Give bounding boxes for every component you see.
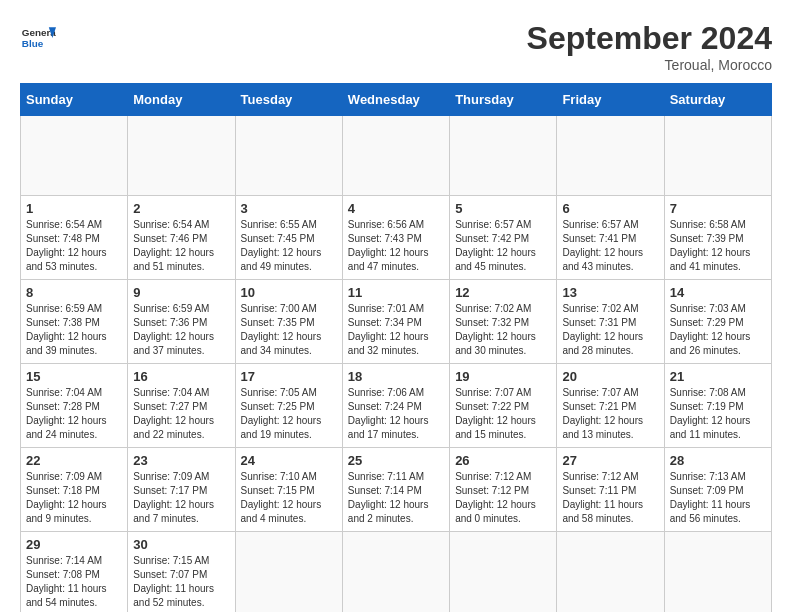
- day-cell: 25Sunrise: 7:11 AMSunset: 7:14 PMDayligh…: [342, 448, 449, 532]
- day-info: Sunrise: 6:59 AMSunset: 7:38 PMDaylight:…: [26, 302, 122, 358]
- week-row-1: 1Sunrise: 6:54 AMSunset: 7:48 PMDaylight…: [21, 196, 772, 280]
- day-cell: 29Sunrise: 7:14 AMSunset: 7:08 PMDayligh…: [21, 532, 128, 613]
- day-cell: 16Sunrise: 7:04 AMSunset: 7:27 PMDayligh…: [128, 364, 235, 448]
- column-header-friday: Friday: [557, 84, 664, 116]
- day-cell: 26Sunrise: 7:12 AMSunset: 7:12 PMDayligh…: [450, 448, 557, 532]
- day-info: Sunrise: 7:09 AMSunset: 7:17 PMDaylight:…: [133, 470, 229, 526]
- column-header-saturday: Saturday: [664, 84, 771, 116]
- day-info: Sunrise: 6:56 AMSunset: 7:43 PMDaylight:…: [348, 218, 444, 274]
- week-row-3: 15Sunrise: 7:04 AMSunset: 7:28 PMDayligh…: [21, 364, 772, 448]
- day-info: Sunrise: 7:15 AMSunset: 7:07 PMDaylight:…: [133, 554, 229, 610]
- day-number: 16: [133, 369, 229, 384]
- day-cell: 28Sunrise: 7:13 AMSunset: 7:09 PMDayligh…: [664, 448, 771, 532]
- day-cell: 6Sunrise: 6:57 AMSunset: 7:41 PMDaylight…: [557, 196, 664, 280]
- day-info: Sunrise: 7:07 AMSunset: 7:21 PMDaylight:…: [562, 386, 658, 442]
- day-cell: [557, 532, 664, 613]
- day-cell: 1Sunrise: 6:54 AMSunset: 7:48 PMDaylight…: [21, 196, 128, 280]
- day-cell: 30Sunrise: 7:15 AMSunset: 7:07 PMDayligh…: [128, 532, 235, 613]
- day-info: Sunrise: 7:09 AMSunset: 7:18 PMDaylight:…: [26, 470, 122, 526]
- day-number: 24: [241, 453, 337, 468]
- day-number: 13: [562, 285, 658, 300]
- day-cell: [342, 532, 449, 613]
- column-header-sunday: Sunday: [21, 84, 128, 116]
- svg-text:Blue: Blue: [22, 38, 44, 49]
- day-number: 14: [670, 285, 766, 300]
- day-number: 15: [26, 369, 122, 384]
- day-cell: 4Sunrise: 6:56 AMSunset: 7:43 PMDaylight…: [342, 196, 449, 280]
- header-row: SundayMondayTuesdayWednesdayThursdayFrid…: [21, 84, 772, 116]
- day-info: Sunrise: 7:12 AMSunset: 7:12 PMDaylight:…: [455, 470, 551, 526]
- day-cell: 20Sunrise: 7:07 AMSunset: 7:21 PMDayligh…: [557, 364, 664, 448]
- day-number: 29: [26, 537, 122, 552]
- title-section: September 2024 Teroual, Morocco: [527, 20, 772, 73]
- day-cell: 5Sunrise: 6:57 AMSunset: 7:42 PMDaylight…: [450, 196, 557, 280]
- day-cell: 9Sunrise: 6:59 AMSunset: 7:36 PMDaylight…: [128, 280, 235, 364]
- day-number: 7: [670, 201, 766, 216]
- day-info: Sunrise: 6:58 AMSunset: 7:39 PMDaylight:…: [670, 218, 766, 274]
- day-info: Sunrise: 7:01 AMSunset: 7:34 PMDaylight:…: [348, 302, 444, 358]
- location: Teroual, Morocco: [527, 57, 772, 73]
- day-number: 1: [26, 201, 122, 216]
- day-info: Sunrise: 7:11 AMSunset: 7:14 PMDaylight:…: [348, 470, 444, 526]
- day-cell: 12Sunrise: 7:02 AMSunset: 7:32 PMDayligh…: [450, 280, 557, 364]
- logo-icon: General Blue: [20, 20, 56, 56]
- day-info: Sunrise: 7:04 AMSunset: 7:27 PMDaylight:…: [133, 386, 229, 442]
- day-info: Sunrise: 6:54 AMSunset: 7:48 PMDaylight:…: [26, 218, 122, 274]
- month-title: September 2024: [527, 20, 772, 57]
- day-info: Sunrise: 7:06 AMSunset: 7:24 PMDaylight:…: [348, 386, 444, 442]
- day-cell: 23Sunrise: 7:09 AMSunset: 7:17 PMDayligh…: [128, 448, 235, 532]
- week-row-4: 22Sunrise: 7:09 AMSunset: 7:18 PMDayligh…: [21, 448, 772, 532]
- day-number: 20: [562, 369, 658, 384]
- day-info: Sunrise: 7:10 AMSunset: 7:15 PMDaylight:…: [241, 470, 337, 526]
- day-cell: [235, 116, 342, 196]
- week-row-0: [21, 116, 772, 196]
- day-cell: 21Sunrise: 7:08 AMSunset: 7:19 PMDayligh…: [664, 364, 771, 448]
- day-cell: [557, 116, 664, 196]
- day-cell: [664, 532, 771, 613]
- day-number: 21: [670, 369, 766, 384]
- day-info: Sunrise: 6:59 AMSunset: 7:36 PMDaylight:…: [133, 302, 229, 358]
- day-number: 27: [562, 453, 658, 468]
- day-number: 25: [348, 453, 444, 468]
- day-cell: 14Sunrise: 7:03 AMSunset: 7:29 PMDayligh…: [664, 280, 771, 364]
- day-cell: 8Sunrise: 6:59 AMSunset: 7:38 PMDaylight…: [21, 280, 128, 364]
- day-info: Sunrise: 7:13 AMSunset: 7:09 PMDaylight:…: [670, 470, 766, 526]
- day-number: 9: [133, 285, 229, 300]
- day-number: 3: [241, 201, 337, 216]
- day-cell: 22Sunrise: 7:09 AMSunset: 7:18 PMDayligh…: [21, 448, 128, 532]
- day-number: 18: [348, 369, 444, 384]
- day-number: 19: [455, 369, 551, 384]
- day-cell: 2Sunrise: 6:54 AMSunset: 7:46 PMDaylight…: [128, 196, 235, 280]
- column-header-thursday: Thursday: [450, 84, 557, 116]
- day-cell: 24Sunrise: 7:10 AMSunset: 7:15 PMDayligh…: [235, 448, 342, 532]
- week-row-2: 8Sunrise: 6:59 AMSunset: 7:38 PMDaylight…: [21, 280, 772, 364]
- day-cell: [664, 116, 771, 196]
- day-cell: 13Sunrise: 7:02 AMSunset: 7:31 PMDayligh…: [557, 280, 664, 364]
- day-number: 30: [133, 537, 229, 552]
- day-cell: 10Sunrise: 7:00 AMSunset: 7:35 PMDayligh…: [235, 280, 342, 364]
- calendar-table: SundayMondayTuesdayWednesdayThursdayFrid…: [20, 83, 772, 612]
- day-info: Sunrise: 7:08 AMSunset: 7:19 PMDaylight:…: [670, 386, 766, 442]
- week-row-5: 29Sunrise: 7:14 AMSunset: 7:08 PMDayligh…: [21, 532, 772, 613]
- day-info: Sunrise: 6:54 AMSunset: 7:46 PMDaylight:…: [133, 218, 229, 274]
- day-number: 8: [26, 285, 122, 300]
- day-number: 17: [241, 369, 337, 384]
- header: General Blue September 2024 Teroual, Mor…: [20, 20, 772, 73]
- day-number: 10: [241, 285, 337, 300]
- day-cell: 7Sunrise: 6:58 AMSunset: 7:39 PMDaylight…: [664, 196, 771, 280]
- column-header-monday: Monday: [128, 84, 235, 116]
- day-number: 5: [455, 201, 551, 216]
- day-cell: [450, 116, 557, 196]
- day-cell: 11Sunrise: 7:01 AMSunset: 7:34 PMDayligh…: [342, 280, 449, 364]
- day-cell: [342, 116, 449, 196]
- day-number: 23: [133, 453, 229, 468]
- day-cell: 19Sunrise: 7:07 AMSunset: 7:22 PMDayligh…: [450, 364, 557, 448]
- day-cell: 27Sunrise: 7:12 AMSunset: 7:11 PMDayligh…: [557, 448, 664, 532]
- day-cell: 15Sunrise: 7:04 AMSunset: 7:28 PMDayligh…: [21, 364, 128, 448]
- day-info: Sunrise: 6:57 AMSunset: 7:42 PMDaylight:…: [455, 218, 551, 274]
- column-header-wednesday: Wednesday: [342, 84, 449, 116]
- day-number: 22: [26, 453, 122, 468]
- day-cell: [450, 532, 557, 613]
- day-info: Sunrise: 7:02 AMSunset: 7:31 PMDaylight:…: [562, 302, 658, 358]
- day-cell: 18Sunrise: 7:06 AMSunset: 7:24 PMDayligh…: [342, 364, 449, 448]
